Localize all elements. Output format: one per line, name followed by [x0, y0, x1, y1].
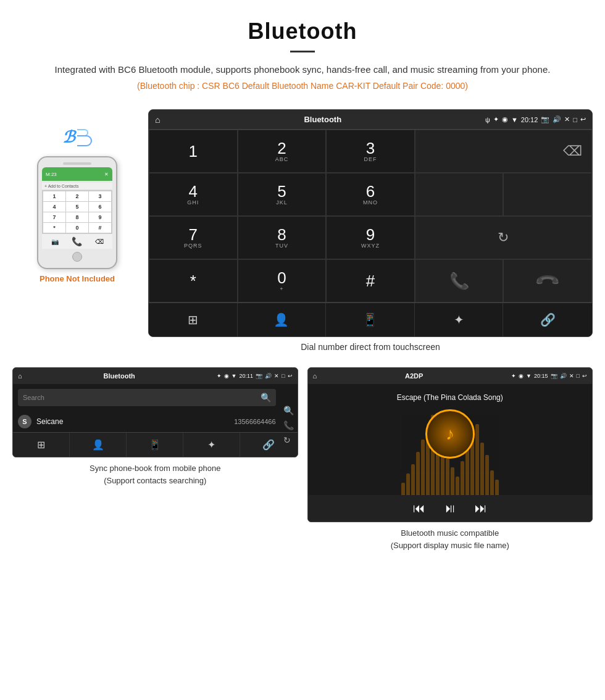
backspace-button[interactable]: ⌫ — [563, 143, 582, 159]
contacts-body-wrapper: Search 🔍 S Seicane 13566664466 🔍 📞 ↻ — [13, 384, 298, 432]
phone-call-icon[interactable]: 📞 — [72, 236, 82, 246]
music-back-icon[interactable]: ↩ — [582, 373, 587, 379]
phone-delete-icon[interactable]: ⌫ — [95, 238, 104, 245]
nav-link-button[interactable]: 🔗 — [503, 303, 592, 336]
window-icon[interactable]: □ — [573, 116, 577, 123]
dial-key-7[interactable]: 7 PQRS — [149, 216, 238, 259]
dial-num-5: 5 — [277, 183, 286, 199]
music-close-icon[interactable]: ✕ — [569, 373, 574, 379]
search-icon: 🔍 — [261, 393, 271, 402]
call-end-button[interactable]: 📞 — [503, 259, 592, 302]
dial-key-1[interactable]: 1 — [149, 130, 238, 173]
contacts-body: Search 🔍 S Seicane 13566664466 — [13, 384, 298, 432]
music-home-icon[interactable]: ⌂ — [313, 372, 317, 380]
music-win-icon[interactable]: □ — [577, 373, 580, 379]
call-green-icon: 📞 — [449, 272, 469, 291]
dial-key-4[interactable]: 4 GHI — [149, 173, 238, 216]
dial-key-hash[interactable]: # — [326, 259, 415, 302]
page-description: Integrated with BC6 Bluetooth module, su… — [37, 62, 568, 77]
contacts-nav-keypad[interactable]: ⊞ — [13, 433, 70, 457]
contacts-nav-phone[interactable]: 📱 — [127, 433, 183, 457]
nav-contacts-button[interactable]: 👤 — [238, 303, 327, 336]
bluetooth-wave: ℬ — [62, 128, 92, 147]
phone-home-button[interactable] — [72, 252, 82, 262]
dial-key-0[interactable]: 0 + — [238, 259, 327, 302]
status-right: ψ ✦ ◉ ▼ 20:12 📷 🔊 ✕ □ ↩ — [485, 115, 586, 123]
nav-phone-button[interactable]: 📱 — [326, 303, 415, 336]
back-icon[interactable]: ↩ — [580, 115, 586, 123]
dial-key-3[interactable]: 3 DEF — [326, 130, 415, 173]
play-pause-button[interactable]: ⏯ — [444, 501, 456, 515]
phone-mockup: M:23 ✕ + Add to Contacts 1 2 3 4 5 6 7 8… — [37, 156, 117, 269]
nav-keypad-button[interactable]: ⊞ — [149, 303, 238, 336]
close-icon[interactable]: ✕ — [564, 115, 570, 123]
phone-key-4[interactable]: 4 — [43, 202, 65, 212]
music-vol-icon: 🔊 — [560, 373, 567, 379]
music-status-right: ✦ ◉ ▼ 20:15 📷 🔊 ✕ □ ↩ — [511, 373, 587, 379]
call-green-button[interactable]: 📞 — [415, 259, 504, 302]
phone-key-7[interactable]: 7 — [43, 212, 65, 222]
music-caption: Bluetooth music compatible (Support disp… — [307, 527, 593, 551]
dial-key-6[interactable]: 6 MNO — [326, 173, 415, 216]
music-song-name: Escape (The Pina Colada Song) — [397, 393, 503, 402]
dial-num-hash: # — [366, 273, 375, 289]
dial-num-2: 2 — [277, 140, 286, 156]
dial-sub-0: + — [280, 286, 283, 292]
phone-top-bar: M:23 ✕ — [42, 167, 112, 181]
home-icon[interactable]: ⌂ — [155, 115, 160, 125]
dial-sub-7: PQRS — [184, 243, 202, 249]
phone-key-1[interactable]: 1 — [43, 191, 65, 201]
contacts-home-icon[interactable]: ⌂ — [18, 372, 22, 380]
dial-key-8[interactable]: 8 TUV — [238, 216, 327, 259]
viz-bar-18 — [485, 455, 489, 495]
phone-nav-icon: 📱 — [362, 312, 378, 327]
dial-key-9[interactable]: 9 WXYZ — [326, 216, 415, 259]
phone-key-9[interactable]: 9 — [89, 212, 111, 222]
phone-key-0[interactable]: 0 — [66, 223, 88, 233]
next-track-button[interactable]: ⏭ — [475, 501, 487, 515]
bluetooth-specs: (Bluetooth chip : CSR BC6 Default Blueto… — [37, 81, 568, 91]
call-end-icon: 📞 — [534, 267, 562, 295]
phone-key-8[interactable]: 8 — [66, 212, 88, 222]
phone-key-5[interactable]: 5 — [66, 202, 88, 212]
empty-area-1 — [415, 173, 504, 216]
bottom-nav: ⊞ 👤 📱 ✦ 🔗 — [149, 302, 592, 336]
viz-bar-19 — [490, 470, 494, 495]
contacts-nav-bt[interactable]: ✦ — [183, 433, 240, 457]
music-caption-line1: Bluetooth music compatible — [401, 528, 499, 538]
dial-screen-section: ⌂ Bluetooth ψ ✦ ◉ ▼ 20:12 📷 🔊 ✕ □ ↩ — [148, 109, 593, 361]
dial-key-5[interactable]: 5 JKL — [238, 173, 327, 216]
phone-camera-icon: 📷 — [51, 238, 59, 245]
phone-key-6[interactable]: 6 — [89, 202, 111, 212]
phone-key-3[interactable]: 3 — [89, 191, 111, 201]
dial-key-2[interactable]: 2 ABC — [238, 130, 327, 173]
contacts-win-icon[interactable]: □ — [282, 373, 285, 379]
contacts-back-icon[interactable]: ↩ — [288, 373, 293, 379]
contact-avatar: S — [18, 415, 31, 428]
dial-key-star[interactable]: * — [149, 259, 238, 302]
phone-key-2[interactable]: 2 — [66, 191, 88, 201]
nav-bluetooth-button[interactable]: ✦ — [415, 303, 504, 336]
prev-track-button[interactable]: ⏮ — [413, 501, 425, 515]
side-search-icon[interactable]: 🔍 — [283, 406, 294, 415]
link-nav-icon: 🔗 — [540, 312, 556, 327]
side-refresh-icon[interactable]: ↻ — [283, 435, 294, 445]
main-content-area: ℬ M:23 ✕ + Add to Contacts 1 2 3 — [0, 109, 605, 361]
music-caption-line2: (Support display music file name) — [391, 541, 509, 550]
search-placeholder: Search — [23, 394, 44, 401]
viz-bar-10 — [446, 458, 449, 495]
side-phone-icon[interactable]: 📞 — [283, 420, 294, 430]
dial-num-3: 3 — [366, 140, 375, 156]
contacts-status-right: ✦ ◉ ▼ 20:11 📷 🔊 ✕ □ ↩ — [217, 373, 293, 379]
viz-bar-20 — [495, 480, 499, 495]
contacts-close-icon[interactable]: ✕ — [274, 373, 279, 379]
refresh-area[interactable]: ↻ — [415, 216, 592, 259]
phone-key-hash[interactable]: # — [89, 223, 111, 233]
contacts-gps-icon: ◉ — [224, 373, 229, 379]
contacts-person-icon: 👤 — [273, 312, 289, 327]
search-bar[interactable]: Search 🔍 — [18, 389, 276, 406]
phone-key-star[interactable]: * — [43, 223, 65, 233]
music-controls: ⏮ ⏯ ⏭ — [308, 495, 593, 522]
contacts-nav-person[interactable]: 👤 — [70, 433, 127, 457]
phone-bottom-bar: 📷 📞 ⌫ — [42, 234, 112, 249]
